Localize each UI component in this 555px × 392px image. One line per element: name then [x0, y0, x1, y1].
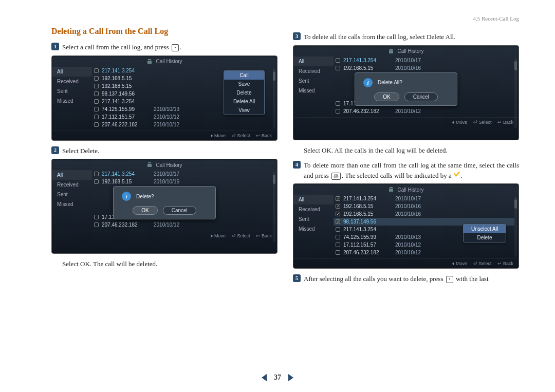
checkbox[interactable]: ✓ [336, 219, 340, 224]
checkbox[interactable] [94, 115, 99, 119]
checkbox[interactable] [336, 101, 340, 106]
checkmark-icon [453, 171, 460, 178]
header-breadcrumb: 4.5 Recent-Call Log [51, 15, 519, 22]
checkbox[interactable] [336, 227, 340, 232]
filter-tab-sent[interactable]: Sent [52, 86, 92, 96]
call-date: 2010/10/12 [395, 250, 421, 255]
filter-tab-sent[interactable]: Sent [293, 76, 334, 86]
left-column: Deleting a Call from the Call Log 1 Sele… [51, 27, 278, 287]
filter-tab-received[interactable]: Received [52, 180, 92, 190]
call-ip: 217.141.3.254 [343, 196, 392, 201]
menu-item-delete[interactable]: Delete [224, 88, 264, 97]
menu-item-delete-all[interactable]: Delete All [224, 97, 264, 106]
call-date: 2010/10/12 [395, 108, 421, 114]
step-2-text: Select Delete. [62, 146, 278, 156]
filter-tab-missed[interactable]: Missed [293, 86, 334, 96]
filter-tab-missed[interactable]: Missed [52, 96, 92, 106]
step-3-text: To delete all the calls from the call lo… [304, 32, 519, 42]
footer-back: ↩ Back [256, 133, 272, 138]
step-badge-3: 3 [293, 32, 301, 40]
checkbox[interactable]: ✓ [336, 204, 340, 209]
checkbox[interactable] [336, 250, 340, 255]
call-log-row[interactable]: 192.168.5.152010/10/16 [334, 64, 514, 72]
filter-tab-sent[interactable]: Sent [293, 214, 334, 224]
filter-tab-all[interactable]: All [293, 57, 334, 66]
call-date: 2010/10/16 [154, 179, 179, 184]
filter-tab-received[interactable]: Received [293, 204, 334, 214]
filter-tab-received[interactable]: Received [293, 66, 334, 76]
cancel-button[interactable]: Cancel [163, 206, 196, 215]
filter-tab-sent[interactable]: Sent [52, 190, 92, 199]
filter-tab-received[interactable]: Received [52, 77, 92, 86]
call-ip: 192.168.5.15 [343, 203, 392, 209]
call-date: 2010/10/13 [395, 234, 421, 240]
footer-move: ♦ Move [211, 133, 226, 138]
checkbox[interactable] [94, 107, 99, 111]
call-log-row[interactable]: 217.141.3.2542010/10/17 [92, 170, 273, 178]
call-log-row[interactable]: 217.141.3.2542010/10/17 [334, 57, 514, 64]
call-date: 2010/10/16 [395, 65, 421, 71]
menu-item-save[interactable]: Save [224, 80, 264, 88]
call-ip: 98.137.149.56 [102, 91, 151, 97]
call-date: 2010/10/13 [154, 106, 179, 112]
call-ip: 192.168.5.15 [102, 179, 151, 184]
cancel-button[interactable]: Cancel [404, 92, 438, 101]
step-badge-1: 1 [51, 43, 59, 50]
prev-page-icon[interactable] [262, 374, 267, 381]
checkbox[interactable] [336, 58, 340, 63]
call-log-row[interactable]: 207.46.232.1822010/10/12 [92, 221, 273, 229]
filter-tab-missed[interactable]: Missed [293, 224, 334, 234]
call-ip: 192.168.5.15 [343, 211, 392, 217]
dialog-text: Delete All? [378, 80, 402, 85]
call-log-row[interactable]: 207.46.232.1822010/10/12 [334, 249, 514, 256]
filter-tab-all[interactable]: All [52, 67, 92, 77]
checkbox[interactable] [336, 109, 340, 114]
call-log-row[interactable]: ✓192.168.5.152010/10/16 [334, 202, 514, 210]
menu-item-call[interactable]: Call [224, 71, 264, 80]
call-date: 2010/10/17 [395, 58, 421, 63]
shot1-title: Call History [156, 59, 182, 64]
checkbox[interactable] [94, 91, 99, 96]
filter-tab-all[interactable]: All [293, 195, 334, 204]
call-ip: 17.112.151.57 [102, 114, 151, 120]
checkbox[interactable] [94, 222, 99, 227]
menu-item-unselect-all[interactable]: Unselect All [464, 225, 506, 233]
call-log-row[interactable]: 207.46.232.1822010/10/12 [334, 107, 514, 115]
checkbox[interactable] [336, 66, 340, 70]
dialog-text: Delete? [136, 194, 154, 199]
filter-tab-missed[interactable]: Missed [52, 199, 92, 209]
checkbox[interactable] [336, 235, 340, 239]
filter-tab-all[interactable]: All [52, 170, 92, 180]
checkbox[interactable]: ✓ [336, 196, 340, 201]
call-ip: 192.168.5.15 [102, 76, 151, 81]
ok-button[interactable]: OK [133, 206, 157, 215]
call-date: 2010/10/17 [395, 196, 421, 201]
next-page-icon[interactable] [288, 374, 293, 381]
checkbox[interactable] [94, 215, 99, 219]
call-log-row[interactable]: 192.168.5.152010/10/16 [92, 178, 273, 185]
checkbox[interactable] [94, 122, 99, 127]
checkbox[interactable] [94, 179, 99, 184]
checkbox[interactable] [336, 242, 340, 247]
call-log-row[interactable]: ✓192.168.5.152010/10/16 [334, 210, 514, 218]
call-ip: 217.141.3.254 [102, 171, 151, 177]
call-date: 2010/10/16 [395, 203, 421, 209]
screenshot-2: Call History AllReceivedSentMissed 217.1… [51, 159, 278, 254]
checkbox[interactable] [94, 76, 99, 81]
checkbox[interactable]: ✓ [336, 212, 340, 216]
checkbox[interactable] [94, 68, 99, 73]
step-badge-4: 4 [293, 161, 301, 169]
call-ip: 217.141.3.254 [343, 227, 392, 232]
step-4: 4 To delete more than one call from the … [293, 160, 519, 180]
menu-item-delete[interactable]: Delete [464, 233, 506, 242]
call-log-row[interactable]: ✓217.141.3.2542010/10/17 [334, 195, 514, 202]
checkbox[interactable] [94, 172, 99, 176]
menu-item-view[interactable]: View [224, 106, 264, 115]
section-title: Deleting a Call from the Call Log [51, 27, 278, 36]
call-ip: 217.141.3.254 [343, 58, 392, 63]
checkbox[interactable] [94, 84, 99, 88]
call-ip: 17.112.151.57 [343, 242, 392, 248]
call-log-row[interactable]: 207.46.232.1822010/10/12 [92, 121, 273, 128]
ok-button[interactable]: OK [374, 92, 399, 101]
checkbox[interactable] [94, 99, 99, 104]
